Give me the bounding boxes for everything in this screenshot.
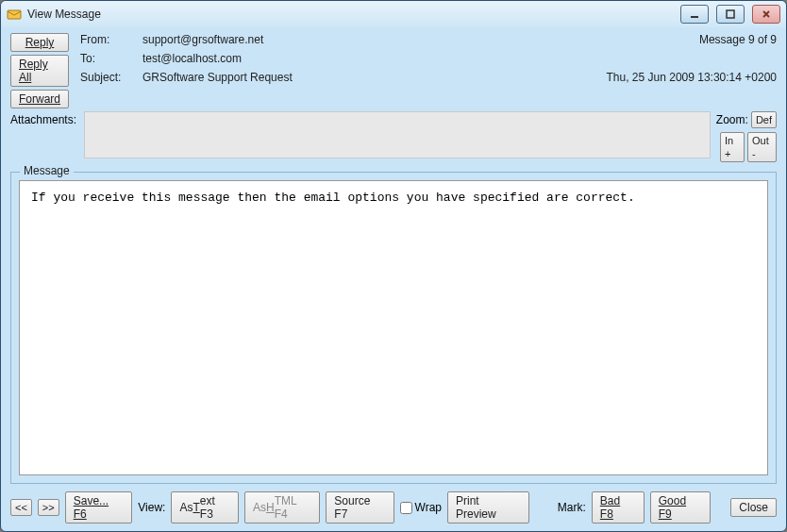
from-value: support@grsoftware.net	[142, 33, 263, 46]
zoom-controls: Zoom: Def In + Out -	[716, 111, 777, 162]
good-button[interactable]: Good F9	[650, 491, 711, 524]
header-area: Reply Reply All Forward From: support@gr…	[10, 33, 777, 108]
as-html-button[interactable]: As HTML F4	[244, 491, 320, 524]
subject-label: Subject:	[80, 71, 129, 84]
wrap-text: Wrap	[415, 501, 442, 514]
from-label: From:	[80, 33, 129, 46]
app-icon	[7, 7, 22, 22]
maximize-button[interactable]	[716, 5, 745, 24]
message-border: If you receive this message then the ema…	[10, 172, 777, 484]
zoom-default-button[interactable]: Def	[751, 111, 777, 128]
forward-button[interactable]: Forward	[10, 90, 69, 108]
minimize-button[interactable]	[680, 5, 709, 24]
save-button[interactable]: Save... F6	[65, 491, 133, 524]
date-value: Thu, 25 Jun 2009 13:30:14 +0200	[607, 71, 778, 84]
message-body[interactable]: If you receive this message then the ema…	[19, 180, 768, 475]
window-title: View Message	[27, 8, 673, 21]
view-label: View:	[138, 501, 165, 514]
svg-rect-1	[691, 16, 698, 18]
attachments-box[interactable]	[84, 111, 711, 158]
client-area: Reply Reply All Forward From: support@gr…	[1, 27, 786, 531]
prev-button[interactable]: <<	[10, 499, 32, 516]
mark-label: Mark:	[558, 501, 586, 514]
to-value: test@localhost.com	[142, 52, 242, 65]
message-group: Message If you receive this message then…	[10, 172, 777, 484]
message-counter: Message 9 of 9	[699, 33, 777, 46]
message-legend: Message	[20, 164, 74, 177]
zoom-out-button[interactable]: Out -	[747, 132, 777, 162]
titlebar: View Message	[1, 1, 786, 27]
window: View Message Reply Reply All Forward Fro…	[0, 0, 787, 532]
zoom-label: Zoom:	[716, 113, 748, 126]
fields-column: From: support@grsoftware.net Message 9 o…	[80, 33, 777, 108]
to-label: To:	[80, 52, 129, 65]
attachments-row: Attachments: Zoom: Def In + Out -	[10, 111, 777, 162]
reply-all-button[interactable]: Reply All	[10, 55, 69, 87]
subject-value: GRSoftware Support Request	[142, 71, 293, 84]
svg-rect-2	[727, 10, 734, 18]
wrap-checkbox-label[interactable]: Wrap	[400, 501, 442, 514]
next-button[interactable]: >>	[38, 499, 59, 516]
bad-button[interactable]: Bad F8	[592, 491, 645, 524]
close-window-button[interactable]	[752, 5, 780, 24]
attachments-label: Attachments:	[10, 111, 78, 126]
bottom-bar: << >> Save... F6 View: As Text F3 As HTM…	[10, 484, 777, 524]
wrap-checkbox[interactable]	[400, 502, 412, 514]
reply-button[interactable]: Reply	[10, 33, 69, 52]
action-column: Reply Reply All Forward	[10, 33, 75, 108]
as-text-button[interactable]: As Text F3	[171, 491, 239, 524]
source-button[interactable]: Source F7	[326, 491, 394, 524]
print-preview-button[interactable]: Print Preview	[447, 491, 529, 524]
zoom-in-button[interactable]: In +	[720, 132, 745, 162]
close-button[interactable]: Close	[730, 498, 777, 517]
